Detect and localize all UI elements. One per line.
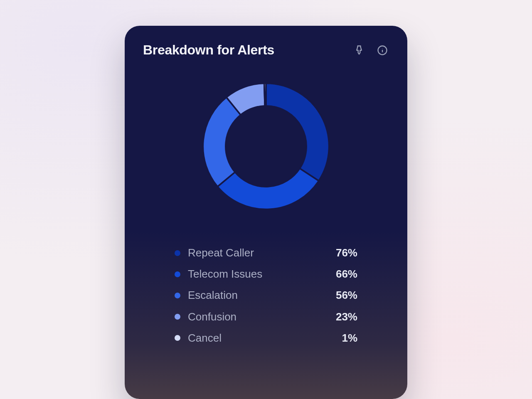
legend-dot — [175, 314, 180, 320]
legend-label: Telecom Issues — [188, 268, 321, 281]
legend-row: Cancel 1% — [175, 328, 357, 349]
donut-slice — [264, 83, 266, 106]
legend-value: 56% — [328, 289, 357, 302]
legend-value: 66% — [328, 268, 357, 281]
legend-dot — [175, 335, 180, 341]
legend-label: Confusion — [188, 310, 321, 323]
info-icon[interactable] — [376, 44, 389, 57]
legend-label: Repeat Caller — [188, 246, 321, 259]
svg-point-2 — [382, 48, 382, 48]
legend-row: Escalation 56% — [175, 285, 357, 306]
pin-icon[interactable] — [352, 44, 366, 57]
donut-svg — [189, 69, 343, 223]
legend-value: 23% — [328, 310, 357, 323]
legend-dot — [175, 271, 180, 277]
legend-row: Confusion 23% — [175, 306, 357, 328]
card-actions — [352, 44, 389, 57]
donut-slice — [266, 83, 329, 181]
legend: Repeat Caller 76% Telecom Issues 66% Esc… — [175, 242, 357, 349]
legend-dot — [175, 293, 180, 298]
legend-label: Cancel — [188, 332, 321, 345]
card-header: Breakdown for Alerts — [143, 42, 389, 58]
legend-value: 76% — [328, 246, 357, 259]
donut-chart — [143, 69, 389, 223]
legend-label: Escalation — [188, 289, 321, 302]
legend-row: Telecom Issues 66% — [175, 264, 357, 285]
legend-row: Repeat Caller 76% — [175, 242, 357, 264]
legend-value: 1% — [328, 332, 357, 345]
legend-dot — [175, 250, 180, 256]
breakdown-card: Breakdown for Alerts Repeat Caller 76% T… — [125, 26, 407, 399]
card-title: Breakdown for Alerts — [143, 42, 274, 58]
